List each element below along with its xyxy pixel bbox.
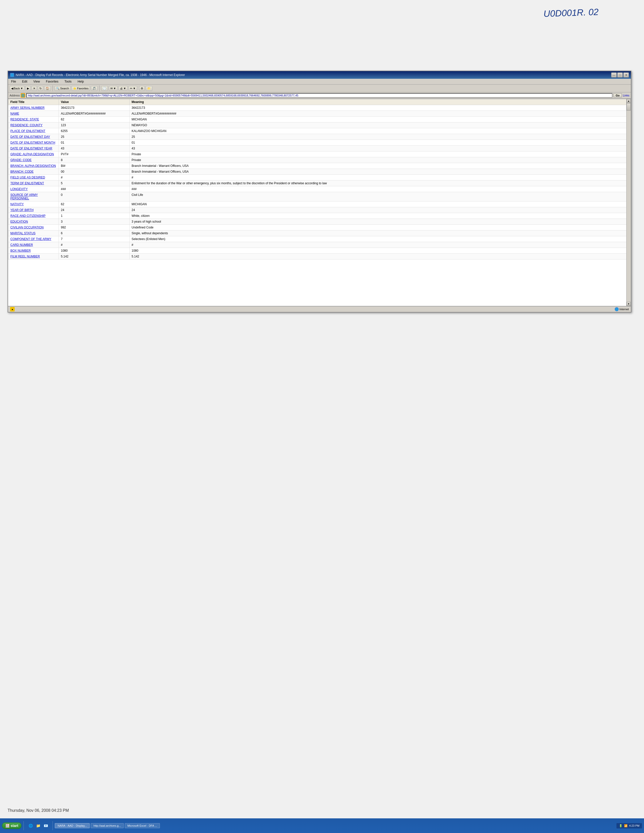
field-title-link[interactable]: FIELD USE AS DESIRED — [10, 176, 45, 179]
field-value: 00 — [59, 169, 130, 175]
scroll-down-arrow[interactable]: ▼ — [626, 302, 631, 306]
field-title-link[interactable]: DATE OF ENLISTMENT YEAR — [10, 147, 52, 150]
quick-folder-icon[interactable]: 📁 — [35, 822, 42, 829]
menu-edit[interactable]: Edit — [21, 79, 28, 84]
field-meaning: KALAMAZOO MICHIGAN — [130, 128, 631, 134]
field-meaning: Private — [130, 151, 631, 157]
back-icon: ◀ — [11, 87, 13, 90]
taskbar-clock: 4:23 PM — [629, 824, 639, 827]
mail-button[interactable]: ✉ ▼ — [109, 86, 118, 91]
field-title-link[interactable]: DATE OF ENLISTMENT MONTH — [10, 141, 55, 145]
favorites-icon: ⭐ — [73, 87, 77, 90]
media-button[interactable]: 🎵 — [91, 86, 98, 91]
field-meaning: MICHIGAN — [130, 117, 631, 122]
field-title-link[interactable]: PLACE OF ENLISTMENT — [10, 129, 45, 133]
quick-ie-icon[interactable]: 🌐 — [27, 822, 34, 829]
home-button[interactable]: 🏠 — [44, 86, 51, 91]
taskbar-item-aad[interactable]: http://aad.archives.g... — [91, 823, 124, 828]
refresh-button[interactable]: ↻ — [38, 86, 43, 91]
table-row: DATE OF ENLISTMENT YEAR4343 — [8, 146, 631, 151]
field-title-link[interactable]: NATIVITY — [10, 203, 24, 206]
title-bar: 🌐 NARA - AAD - Display Full Records - El… — [8, 71, 631, 79]
field-value: 5.142 — [59, 254, 130, 259]
table-row: COMPONENT OF THE ARMY7Selectees (Enliste… — [8, 236, 631, 242]
field-title-link[interactable]: YEAR OF BIRTH — [10, 208, 34, 212]
quick-mail-icon[interactable]: 📧 — [42, 822, 49, 829]
records-table: Field Title Value Meaning ARMY SERIAL NU… — [8, 99, 631, 259]
field-title-link[interactable]: COMPONENT OF THE ARMY — [10, 237, 51, 241]
address-input[interactable] — [26, 93, 612, 98]
table-row: YEAR OF BIRTH2424 — [8, 207, 631, 213]
toolbar-extra-1[interactable]: ⚙ — [139, 86, 145, 91]
field-value: BI# — [59, 163, 130, 169]
close-button[interactable]: ✕ — [623, 72, 629, 77]
table-row: BOX NUMBER10801080 — [8, 248, 631, 254]
table-row: BRANCH: ALPHA DESIGNATIONBI#Branch Immat… — [8, 163, 631, 169]
field-meaning: Selectees (Enlisted Men) — [130, 236, 631, 242]
scroll-up-arrow[interactable]: ▲ — [626, 99, 631, 103]
field-meaning: White, citizen — [130, 213, 631, 219]
forward-button[interactable]: ▶ — [26, 86, 31, 91]
taskbar-item-excel[interactable]: Microsoft Excel - DFA ... — [125, 823, 160, 828]
field-title-link[interactable]: SOURCE OF ARMY PERSONNEL — [10, 193, 38, 200]
field-title-link[interactable]: MARITAL STATUS — [10, 232, 35, 235]
field-title-link[interactable]: TERM OF ENLISTMENT — [10, 182, 44, 185]
field-title-link[interactable]: CIVILIAN OCCUPATION — [10, 226, 44, 229]
favorites-button[interactable]: ⭐ Favorites — [71, 86, 90, 91]
menu-help[interactable]: Help — [77, 79, 85, 84]
address-label: Address — [10, 94, 20, 97]
table-row: BRANCH: CODE00Branch Immaterial - Warran… — [8, 169, 631, 175]
minimize-button[interactable]: — — [611, 72, 617, 77]
stop-button[interactable]: ✕ — [32, 86, 37, 91]
start-button[interactable]: 🪟 start — [2, 822, 21, 829]
maximize-button[interactable]: □ — [617, 72, 623, 77]
field-title-link[interactable]: BOX NUMBER — [10, 249, 31, 252]
table-row: SOURCE OF ARMY PERSONNEL0Civil Life — [8, 192, 631, 201]
links-label[interactable]: Links — [623, 94, 630, 97]
print-button[interactable]: 🖨 ▼ — [118, 86, 127, 91]
field-value: 62 — [59, 201, 130, 207]
toolbar-extra-2[interactable]: 📁 — [146, 86, 152, 91]
table-row: CIVILIAN OCCUPATION992Undefined Code — [8, 225, 631, 230]
field-meaning: 36422173 — [130, 105, 631, 111]
globe-icon: 🌐 — [615, 307, 619, 311]
taskbar-item-nara[interactable]: NARA - AAD - Display... — [55, 823, 90, 828]
edit-icon: ✏ — [130, 87, 132, 90]
history-button[interactable]: 🕐 — [101, 86, 108, 91]
field-title-link[interactable]: FILM REEL NUMBER — [10, 255, 40, 258]
field-title-link[interactable]: EDUCATION — [10, 220, 28, 224]
field-title-link[interactable]: RESIDENCE: STATE — [10, 117, 39, 121]
go-button[interactable]: Go — [613, 93, 622, 97]
field-title-link[interactable]: RESIDENCE: COUNTY — [10, 124, 42, 127]
field-title-link[interactable]: BRANCH: ALPHA DESIGNATION — [10, 164, 56, 167]
field-value: 01 — [59, 140, 130, 146]
field-title-link[interactable]: RACE AND CITIZENSHIP — [10, 214, 45, 217]
back-button[interactable]: ◀ Back ▼ — [10, 86, 24, 91]
print-dropdown-icon: ▼ — [123, 87, 126, 90]
menu-favorites[interactable]: Favorites — [45, 79, 60, 84]
field-value: 1080 — [59, 248, 130, 254]
field-title-link[interactable]: GRADE: ALPHA DESIGNATION — [10, 153, 54, 156]
field-title-link[interactable]: BRANCH: CODE — [10, 170, 34, 174]
status-right: 🌐 Internet — [615, 307, 629, 311]
col-header-value: Value — [59, 99, 130, 105]
field-value: 0 — [59, 192, 130, 201]
field-title-link[interactable]: CARD NUMBER — [10, 243, 33, 247]
scrollbar-thumb[interactable] — [626, 103, 631, 111]
field-meaning: 43 — [130, 146, 631, 151]
field-meaning: Single, without dependents — [130, 230, 631, 236]
field-title-link[interactable]: DATE OF ENLISTMENT DAY — [10, 135, 50, 138]
menu-file[interactable]: File — [10, 79, 17, 84]
field-value: 62 — [59, 117, 130, 122]
field-value: 43 — [59, 146, 130, 151]
edit-button[interactable]: ✏ ▼ — [129, 86, 137, 91]
field-title-link[interactable]: GRADE: CODE — [10, 158, 32, 162]
status-loading-icon: ● — [10, 307, 14, 312]
menu-view[interactable]: View — [32, 79, 41, 84]
menu-tools[interactable]: Tools — [63, 79, 72, 84]
field-title-link[interactable]: NAME — [10, 112, 19, 115]
field-meaning: # — [130, 175, 631, 180]
search-button[interactable]: 🔍 Search — [55, 86, 71, 91]
field-title-link[interactable]: LONGEVITY — [10, 187, 28, 191]
field-title-link[interactable]: ARMY SERIAL NUMBER — [10, 106, 45, 109]
